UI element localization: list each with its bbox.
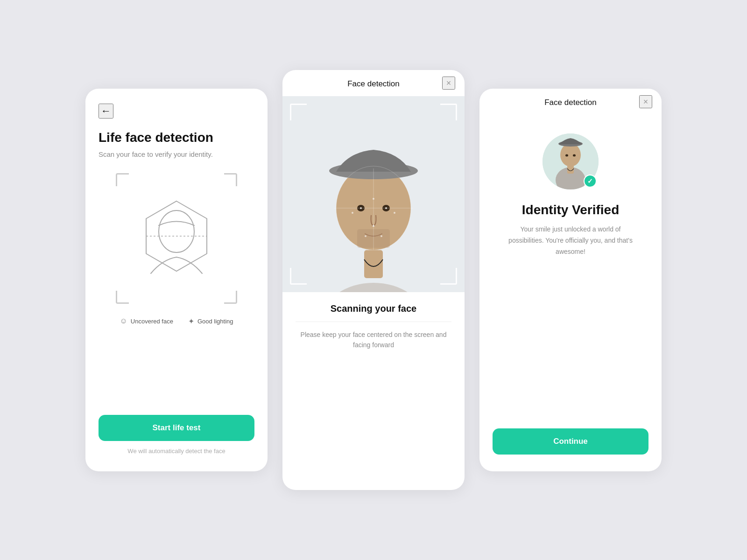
verified-badge: ✓ — [584, 175, 597, 188]
scan-corner-tr — [440, 104, 457, 120]
screens-container: ← Life face detection Scan your face to … — [57, 42, 690, 518]
svg-point-17 — [381, 235, 382, 237]
uncovered-face-icon: ☺ — [120, 317, 127, 325]
screen3-title: Face detection — [544, 98, 597, 107]
verified-desc: Your smile just unlocked a world of poss… — [505, 224, 636, 257]
screen2-card: Face detection × — [282, 70, 465, 490]
svg-point-26 — [565, 154, 568, 157]
corner-bl — [116, 291, 129, 304]
scan-corner-tl — [290, 104, 307, 120]
svg-point-22 — [560, 143, 581, 167]
hints-row: ☺ Uncovered face ✦ Good lighting — [99, 317, 254, 326]
screen2-header: Face detection × — [282, 70, 465, 96]
screen3-footer: Continue — [479, 428, 662, 471]
back-arrow-icon: ← — [101, 105, 111, 117]
lighting-icon: ✦ — [188, 317, 194, 326]
hint2-label: Good lighting — [197, 318, 233, 325]
back-button[interactable]: ← — [99, 104, 113, 119]
screen3-body: ✓ Identity Verified Your smile just unlo… — [479, 115, 662, 428]
hint-lighting: ✦ Good lighting — [188, 317, 233, 326]
scan2-text-area: Scanning your face Please keep your face… — [282, 292, 465, 360]
corner-tl — [116, 173, 129, 186]
auto-detect-caption: We will automatically detect the face — [99, 448, 254, 455]
hint-uncovered: ☺ Uncovered face — [120, 317, 173, 326]
corner-br — [224, 291, 237, 304]
corner-tr — [224, 173, 237, 186]
person-face-illustration — [282, 96, 465, 292]
screen1-card: ← Life face detection Scan your face to … — [85, 89, 268, 471]
screen1-title: Life face detection — [99, 130, 254, 146]
hint1-label: Uncovered face — [131, 318, 173, 325]
face-scan-frame — [116, 173, 237, 304]
svg-point-27 — [573, 154, 576, 157]
scan-corner-br — [440, 268, 457, 285]
svg-point-14 — [394, 212, 395, 214]
scan-corner-bl — [290, 268, 307, 285]
divider — [296, 322, 451, 322]
face-photo-area — [282, 96, 465, 292]
checkmark-icon: ✓ — [587, 177, 593, 185]
svg-point-13 — [352, 212, 353, 214]
scan2-desc: Please keep your face centered on the sc… — [296, 329, 451, 350]
face-frame-area — [99, 173, 254, 304]
screen3-header: Face detection × — [479, 89, 662, 115]
verified-title: Identity Verified — [522, 203, 620, 217]
svg-point-16 — [365, 235, 366, 237]
svg-rect-4 — [364, 250, 383, 278]
screen2-close-button[interactable]: × — [442, 77, 455, 90]
avatar-wrapper: ✓ — [543, 133, 599, 189]
screen3-close-button[interactable]: × — [639, 95, 652, 108]
face-illustration-icon — [134, 192, 218, 285]
continue-button[interactable]: Continue — [493, 428, 648, 455]
scan2-title: Scanning your face — [331, 303, 417, 314]
screen2-title: Face detection — [347, 79, 400, 89]
svg-point-0 — [159, 210, 194, 252]
screen3-card: Face detection × — [479, 89, 662, 471]
screen1-subtitle: Scan your face to verify your identity. — [99, 150, 254, 158]
start-life-test-button[interactable]: Start life test — [99, 415, 254, 441]
